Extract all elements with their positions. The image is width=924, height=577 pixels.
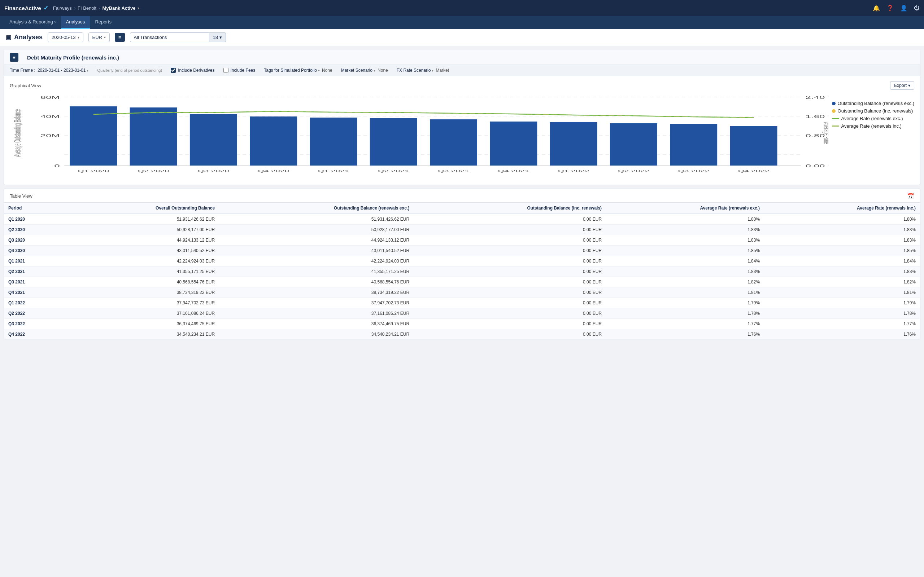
filter-bar: ≡ Debt Maturity Profile (renewals inc.) bbox=[4, 50, 920, 65]
col-overall: Overall Outstanding Balance bbox=[63, 203, 219, 214]
table-row: Q3 2020 44,924,133.12 EUR 44,924,133.12 … bbox=[4, 235, 920, 246]
count-dropdown-arrow[interactable]: ▾ bbox=[220, 35, 222, 40]
svg-text:0: 0 bbox=[54, 164, 60, 168]
currency-label: EUR bbox=[92, 35, 102, 40]
cell-overall: 34,540,234.21 EUR bbox=[63, 329, 219, 340]
cell-inc: 0.00 EUR bbox=[414, 329, 606, 340]
table-head: Period Overall Outstanding Balance Outst… bbox=[4, 203, 920, 214]
tab-analyses[interactable]: Analyses bbox=[61, 16, 90, 29]
table-row: Q4 2021 38,734,319.22 EUR 38,734,319.22 … bbox=[4, 287, 920, 298]
export-button[interactable]: Export ▾ bbox=[890, 81, 914, 90]
include-derivatives-label[interactable]: Include Derivatives bbox=[171, 68, 215, 73]
cell-exc: 40,568,554.76 EUR bbox=[219, 277, 414, 287]
bell-icon[interactable]: 🔔 bbox=[873, 5, 880, 11]
bar-q1-2022 bbox=[550, 122, 597, 166]
help-icon[interactable]: ❓ bbox=[887, 5, 894, 11]
include-fees-text: Include Fees bbox=[231, 68, 255, 73]
bar-chart: 60M 40M 20M 0 2.40 % 1.60 % 0.80 % 0.00 … bbox=[10, 93, 828, 180]
tags-dropdown[interactable]: Tags for Simulated Portfolio ▾ bbox=[264, 68, 320, 73]
tab-reports[interactable]: Reports bbox=[90, 16, 116, 29]
cell-overall: 50,928,177.00 EUR bbox=[63, 225, 219, 235]
bar-q3-2021 bbox=[430, 119, 477, 166]
legend-dot-2 bbox=[832, 109, 835, 113]
cell-rate-exc: 1.76% bbox=[606, 329, 764, 340]
cell-inc: 0.00 EUR bbox=[414, 225, 606, 235]
user-icon[interactable]: 👤 bbox=[900, 5, 908, 11]
svg-text:1.60 %: 1.60 % bbox=[806, 114, 828, 119]
transaction-count: 18 bbox=[213, 35, 218, 40]
cell-rate-exc: 1.84% bbox=[606, 256, 764, 266]
include-fees-checkbox[interactable] bbox=[223, 68, 228, 73]
cell-period: Q3 2022 bbox=[4, 319, 63, 329]
cell-inc: 0.00 EUR bbox=[414, 277, 606, 287]
cell-inc: 0.00 EUR bbox=[414, 298, 606, 308]
cell-inc: 0.00 EUR bbox=[414, 287, 606, 298]
market-scenario-dropdown[interactable]: Market Scenario ▾ bbox=[341, 68, 375, 73]
include-fees-label[interactable]: Include Fees bbox=[223, 68, 255, 73]
cell-overall: 36,374,469.75 EUR bbox=[63, 319, 219, 329]
date-dropdown[interactable]: 2020-05-13 ▾ bbox=[48, 32, 83, 42]
cell-period: Q3 2020 bbox=[4, 235, 63, 246]
power-icon[interactable]: ⏻ bbox=[914, 5, 920, 11]
cell-exc: 51,931,426.62 EUR bbox=[219, 214, 414, 225]
filter-btn[interactable]: ≡ bbox=[115, 33, 125, 42]
cell-rate-inc: 1.81% bbox=[764, 287, 920, 298]
cell-exc: 36,374,469.75 EUR bbox=[219, 319, 414, 329]
cell-period: Q2 2020 bbox=[4, 225, 63, 235]
market-scenario-label: Market Scenario bbox=[341, 68, 373, 73]
table-row: Q4 2022 34,540,234.21 EUR 34,540,234.21 … bbox=[4, 329, 920, 340]
cell-period: Q4 2021 bbox=[4, 287, 63, 298]
transaction-input-group: 18 ▾ bbox=[130, 32, 226, 42]
cell-inc: 0.00 EUR bbox=[414, 235, 606, 246]
currency-dropdown[interactable]: EUR ▾ bbox=[89, 32, 110, 42]
table-view-header: Table View 📅 bbox=[4, 189, 920, 203]
svg-text:Average Rate: Average Rate bbox=[822, 122, 828, 144]
section-icon[interactable]: ≡ bbox=[10, 53, 18, 62]
breadcrumb-dropdown-icon[interactable]: ▾ bbox=[137, 6, 139, 10]
top-nav-actions: 🔔 ❓ 👤 ⏻ bbox=[873, 5, 920, 11]
table-row: Q1 2020 51,931,426.62 EUR 51,931,426.62 … bbox=[4, 214, 920, 225]
cell-period: Q4 2020 bbox=[4, 246, 63, 256]
chart-legend: Outstanding Balance (renewals exc.) Outs… bbox=[832, 93, 914, 129]
analyses-icon: ▣ bbox=[6, 34, 11, 41]
col-rate-inc: Average Rate (renewals inc.) bbox=[764, 203, 920, 214]
cell-rate-exc: 1.83% bbox=[606, 225, 764, 235]
time-frame-value[interactable]: 2020-01-01 - 2023-01-01 ▾ bbox=[37, 68, 89, 73]
table-row: Q2 2022 37,161,086.24 EUR 37,161,086.24 … bbox=[4, 308, 920, 319]
transaction-input[interactable] bbox=[130, 32, 209, 42]
breadcrumb-mybank[interactable]: MyBank Active bbox=[102, 5, 135, 11]
export-arrow: ▾ bbox=[908, 83, 910, 88]
time-frame-value-text: 2020-01-01 - 2023-01-01 bbox=[37, 68, 86, 73]
cell-overall: 40,568,554.76 EUR bbox=[63, 277, 219, 287]
table-row: Q4 2020 43,011,540.52 EUR 43,011,540.52 … bbox=[4, 246, 920, 256]
col-exc: Outstanding Balance (renewals exc.) bbox=[219, 203, 414, 214]
cell-rate-inc: 1.77% bbox=[764, 319, 920, 329]
svg-text:Q1 2020: Q1 2020 bbox=[78, 169, 109, 173]
cell-inc: 0.00 EUR bbox=[414, 246, 606, 256]
svg-text:Q2 2022: Q2 2022 bbox=[618, 169, 649, 173]
svg-text:Q4 2022: Q4 2022 bbox=[738, 169, 769, 173]
table-row: Q2 2021 41,355,171.25 EUR 41,355,171.25 … bbox=[4, 266, 920, 277]
fx-rate-scenario-dropdown[interactable]: FX Rate Scenario ▾ bbox=[397, 68, 434, 73]
include-derivatives-checkbox[interactable] bbox=[171, 68, 176, 73]
legend-item-2: Outstanding Balance (inc. renewals) bbox=[832, 108, 914, 114]
legend-line-3 bbox=[832, 118, 839, 119]
table-body: Q1 2020 51,931,426.62 EUR 51,931,426.62 … bbox=[4, 214, 920, 340]
svg-text:2.40 %: 2.40 % bbox=[806, 95, 828, 100]
bar-q2-2020 bbox=[130, 108, 177, 166]
breadcrumb-fi-benoit[interactable]: FI Benoit bbox=[78, 5, 96, 11]
svg-text:Q4 2020: Q4 2020 bbox=[258, 169, 289, 173]
sidebar-item-analysis-reporting[interactable]: Analysis & Reporting › bbox=[4, 16, 61, 29]
svg-text:Q3 2021: Q3 2021 bbox=[438, 169, 469, 173]
table-export-icon[interactable]: 📅 bbox=[907, 193, 914, 200]
market-scenario-group: Market Scenario ▾ None bbox=[341, 68, 388, 73]
cell-rate-inc: 1.84% bbox=[764, 256, 920, 266]
cell-rate-exc: 1.81% bbox=[606, 287, 764, 298]
breadcrumb-fairways[interactable]: Fairways bbox=[53, 5, 72, 11]
cell-overall: 41,355,171.25 EUR bbox=[63, 266, 219, 277]
cell-rate-exc: 1.80% bbox=[606, 214, 764, 225]
svg-text:0.00 %: 0.00 % bbox=[806, 164, 828, 168]
table-row: Q1 2022 37,947,702.73 EUR 37,947,702.73 … bbox=[4, 298, 920, 308]
svg-text:Q1 2022: Q1 2022 bbox=[558, 169, 590, 173]
svg-text:20M: 20M bbox=[40, 134, 60, 138]
